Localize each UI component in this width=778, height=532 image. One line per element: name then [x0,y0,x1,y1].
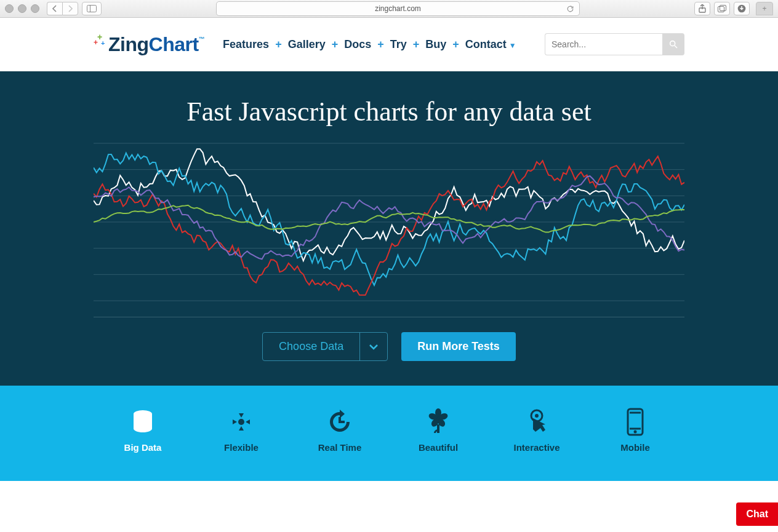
feature-big-data[interactable]: Big Data [94,408,192,453]
nav-contact[interactable]: Contact▼ [465,38,516,51]
nav-features[interactable]: Features [223,38,269,51]
svg-rect-3 [718,7,724,12]
feature-flexible[interactable]: Flexible [192,408,291,453]
site-header: +++ ZingChart™ Features + Gallery + Docs… [0,18,778,71]
svg-rect-0 [87,6,97,12]
new-tab-button[interactable]: + [756,2,773,15]
window-controls [5,4,39,13]
search-input[interactable] [545,33,662,55]
feature-label: Mobile [586,442,684,453]
main-nav: Features + Gallery + Docs + Try + Buy + … [223,38,526,51]
search-button[interactable] [662,33,684,55]
chevron-down-icon: ▼ [509,41,516,50]
feature-label: Real Time [291,442,389,453]
feature-mobile[interactable]: Mobile [586,408,684,453]
hero: Fast Javascript charts for any data set … [0,71,778,386]
svg-rect-18 [339,421,345,423]
share-button[interactable] [694,2,710,15]
hero-headline: Fast Javascript charts for any data set [94,96,684,127]
back-button[interactable] [47,2,62,15]
feature-label: Flexible [192,442,291,453]
address-bar[interactable]: zingchart.com [216,1,580,16]
svg-line-7 [675,46,677,48]
logo-text: ZingChart™ [108,33,204,56]
feature-real-time[interactable]: Real Time [291,408,389,453]
real-time-icon [291,408,389,436]
flexible-icon [192,408,291,436]
logo-plus-icons: +++ [94,32,107,46]
big-data-icon [94,408,192,436]
nav-separator: + [377,38,384,51]
svg-point-6 [670,41,675,46]
chart-series-white [94,149,684,261]
browser-chrome: zingchart.com + [0,0,778,18]
feature-interactive[interactable]: Interactive [487,408,586,453]
blank-space [0,481,778,517]
feature-label: Big Data [94,442,192,453]
nav-separator: + [332,38,339,51]
feature-label: Interactive [487,442,586,453]
close-window[interactable] [5,4,14,13]
nav-buy[interactable]: Buy [425,38,446,51]
tabs-button[interactable] [714,2,730,15]
svg-rect-4 [720,6,726,11]
address-url: zingchart.com [375,4,421,13]
reload-icon[interactable] [566,5,574,13]
feature-label: Beautiful [389,442,487,453]
mobile-icon [586,408,684,436]
nav-separator: + [452,38,459,51]
demo-chart [94,142,684,302]
minimize-window[interactable] [18,4,26,13]
nav-separator: + [275,38,282,51]
nav-try[interactable]: Try [390,38,407,51]
beautiful-icon [389,408,487,436]
nav-docs[interactable]: Docs [344,38,371,51]
search [545,33,684,55]
search-icon [668,39,678,49]
feature-strip: Big DataFlexibleReal TimeBeautifulIntera… [0,386,778,481]
zoom-window[interactable] [31,4,39,13]
choose-data-dropdown[interactable]: Choose Data [262,332,388,361]
chart-series-cyan [94,153,684,285]
nav-separator: + [413,38,420,51]
svg-rect-25 [437,424,439,433]
sidebar-toggle[interactable] [82,2,102,15]
choose-data-label: Choose Data [263,333,359,360]
chevron-down-icon[interactable] [359,333,387,360]
logo[interactable]: +++ ZingChart™ [94,33,204,56]
svg-point-16 [238,419,244,425]
nav-gallery[interactable]: Gallery [288,38,326,51]
chat-button[interactable]: Chat [736,502,778,517]
divider [94,317,684,317]
feature-beautiful[interactable]: Beautiful [389,408,487,453]
forward-button[interactable] [62,2,78,15]
svg-point-27 [535,414,539,418]
svg-point-29 [634,431,637,434]
run-more-tests-button[interactable]: Run More Tests [401,332,516,361]
downloads-button[interactable] [734,2,750,15]
interactive-icon [487,408,586,436]
